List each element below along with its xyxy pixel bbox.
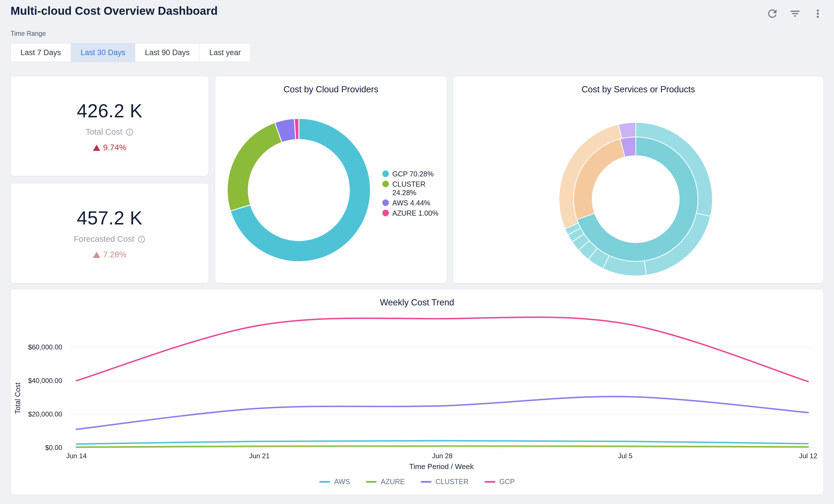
- legend-label: CLUSTER: [436, 478, 469, 486]
- cost-by-services-card: Cost by Services or Products: [453, 76, 824, 283]
- trend-legend-item-gcp[interactable]: GCP: [485, 478, 515, 486]
- legend-label: GCP: [499, 478, 515, 486]
- legend-line-icon: [366, 481, 377, 483]
- y-tick-label: $60,000.00: [28, 343, 62, 351]
- legend-label: GCP 70.28%: [392, 170, 434, 178]
- donut-legend-item-azure[interactable]: AZURE 1.00%: [382, 209, 443, 217]
- pie-slice[interactable]: [227, 123, 282, 211]
- donut-legend-item-gcp[interactable]: GCP 70.28%: [382, 170, 443, 178]
- trend-legend-item-cluster[interactable]: CLUSTER: [421, 478, 469, 486]
- x-axis-title: Time Period / Week: [11, 462, 834, 471]
- pie-slice[interactable]: [618, 123, 636, 139]
- page-title: Multi-cloud Cost Overview Dashboard: [10, 4, 218, 17]
- donut-legend-item-aws[interactable]: AWS 4.44%: [382, 199, 443, 207]
- y-tick-label: $0.00: [45, 444, 62, 452]
- trend-legend: AWSAZURECLUSTERGCP: [11, 478, 823, 486]
- legend-line-icon: [421, 481, 432, 483]
- forecasted-cost-value: 457.2 K: [77, 207, 142, 229]
- donut-legend: GCP 70.28%CLUSTER 24.28%AWS 4.44%AZURE 1…: [382, 170, 443, 217]
- x-tick-label: Jul 12: [799, 452, 817, 460]
- y-tick-label: $20,000.00: [28, 410, 62, 418]
- legend-line-icon: [485, 481, 496, 483]
- header-actions: [766, 7, 824, 20]
- legend-dot-icon: [382, 181, 389, 187]
- time-range-option-last-30-days[interactable]: Last 30 Days: [71, 43, 135, 62]
- series-line-azure[interactable]: [76, 446, 808, 447]
- kebab-menu-icon[interactable]: [811, 7, 824, 20]
- cost-by-providers-card: Cost by Cloud Providers GCP 70.28%CLUSTE…: [215, 76, 447, 283]
- y-tick-label: $40,000.00: [28, 377, 62, 385]
- legend-label: AWS 4.44%: [392, 199, 430, 207]
- forecasted-cost-card: 457.2 K Forecasted Cost 7.28%: [10, 183, 209, 283]
- info-icon[interactable]: [137, 235, 146, 243]
- weekly-cost-trend-card: Weekly Cost Trend Total Cost $0.00$20,00…: [10, 289, 824, 495]
- total-cost-value: 426.2 K: [77, 100, 142, 122]
- legend-dot-icon: [382, 199, 389, 206]
- x-tick-label: Jun 28: [432, 452, 453, 460]
- legend-dot-icon: [382, 171, 389, 177]
- forecasted-cost-delta: 7.28%: [103, 250, 126, 259]
- time-range-option-last-90-days[interactable]: Last 90 Days: [135, 43, 200, 62]
- services-sunburst-chart[interactable]: [453, 76, 824, 284]
- legend-label: AZURE 1.00%: [392, 209, 439, 217]
- legend-label: AZURE: [381, 478, 405, 486]
- refresh-icon[interactable]: [766, 7, 779, 20]
- filter-icon[interactable]: [789, 7, 802, 20]
- total-cost-card: 426.2 K Total Cost 9.74%: [10, 76, 209, 176]
- delta-up-icon: [93, 252, 100, 258]
- x-tick-label: Jun 14: [66, 452, 87, 460]
- legend-line-icon: [319, 481, 330, 483]
- total-cost-label: Total Cost: [86, 127, 123, 137]
- legend-label: CLUSTER 24.28%: [392, 180, 443, 197]
- x-tick-label: Jul 5: [618, 452, 633, 460]
- time-range-label: Time Range: [10, 30, 46, 38]
- time-range-option-last-year[interactable]: Last year: [200, 43, 250, 62]
- x-tick-label: Jun 21: [249, 452, 269, 460]
- page-header: Multi-cloud Cost Overview Dashboard: [10, 4, 218, 17]
- donut-legend-item-cluster[interactable]: CLUSTER 24.28%: [382, 180, 443, 197]
- forecasted-cost-label: Forecasted Cost: [74, 234, 134, 244]
- time-range-option-last-7-days[interactable]: Last 7 Days: [11, 43, 71, 62]
- series-line-aws[interactable]: [76, 441, 808, 444]
- trend-legend-item-azure[interactable]: AZURE: [366, 478, 405, 486]
- legend-dot-icon: [382, 210, 389, 216]
- series-line-cluster[interactable]: [76, 397, 808, 429]
- series-line-gcp[interactable]: [76, 317, 808, 381]
- info-icon[interactable]: [126, 128, 133, 136]
- legend-label: AWS: [334, 478, 350, 486]
- trend-legend-item-aws[interactable]: AWS: [319, 478, 350, 486]
- delta-up-icon: [93, 145, 100, 151]
- time-range-segmented-control: Last 7 DaysLast 30 DaysLast 90 DaysLast …: [10, 43, 251, 62]
- total-cost-delta: 9.74%: [103, 143, 126, 152]
